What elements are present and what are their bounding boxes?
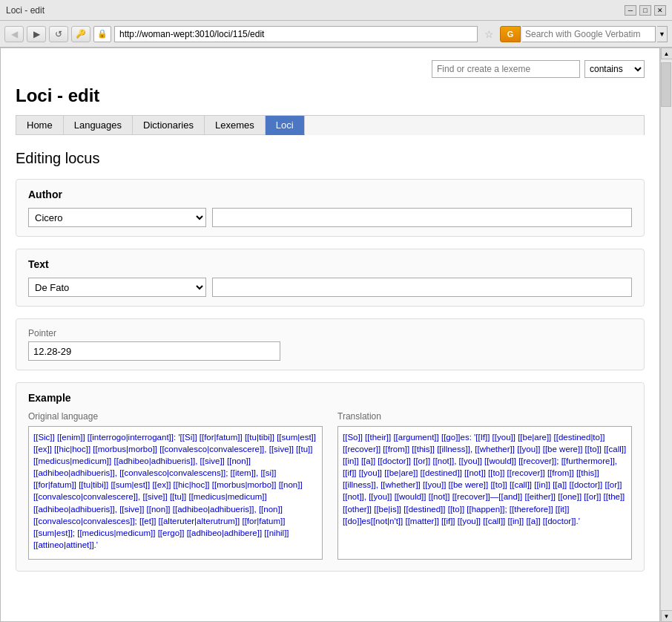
search-area: G ▼: [500, 26, 668, 42]
search-input[interactable]: [522, 26, 656, 42]
key-button[interactable]: 🔑: [71, 26, 90, 42]
google-logo-text: G: [507, 30, 514, 39]
browser-body: contains starts with ends with Loci - ed…: [0, 48, 672, 622]
author-row: Cicero: [28, 208, 632, 227]
example-columns: Original language [[Sic]] [[enim]] [[int…: [28, 411, 632, 562]
original-label: Original language: [28, 411, 323, 422]
text-row: De Fato: [28, 278, 632, 297]
maximize-button[interactable]: □: [639, 5, 651, 16]
scroll-up-button[interactable]: ▲: [661, 48, 673, 59]
original-column: Original language [[Sic]] [[enim]] [[int…: [28, 411, 323, 562]
contains-select[interactable]: contains starts with ends with: [584, 60, 645, 78]
forward-button[interactable]: ▶: [27, 26, 46, 42]
window-controls: ─ □ ✕: [625, 5, 666, 16]
scroll-down-button[interactable]: ▼: [661, 610, 673, 622]
text-text-input[interactable]: [212, 278, 632, 297]
page-content: contains starts with ends with Loci - ed…: [0, 48, 660, 622]
secure-icon: 🔒: [97, 29, 108, 39]
text-section: Text De Fato: [16, 249, 645, 307]
tab-home[interactable]: Home: [16, 116, 64, 135]
page-inner: contains starts with ends with Loci - ed…: [1, 48, 659, 586]
author-text-input[interactable]: [212, 208, 632, 227]
key-icon: 🔑: [76, 29, 86, 39]
example-section: Example Original language [[Sic]] [[enim…: [16, 382, 645, 572]
translation-label: Translation: [337, 411, 632, 422]
author-section: Author Cicero: [16, 179, 645, 237]
top-controls: contains starts with ends with: [16, 56, 645, 78]
close-button[interactable]: ✕: [654, 5, 666, 16]
scrollbar-thumb[interactable]: [661, 62, 671, 107]
pointer-label: Pointer: [28, 328, 632, 338]
section-heading: Editing locus: [16, 150, 645, 167]
text-select[interactable]: De Fato: [28, 278, 206, 297]
scrollbar-track[interactable]: [661, 59, 672, 610]
example-title: Example: [28, 392, 632, 404]
search-logo: G: [500, 26, 521, 42]
bookmark-star[interactable]: ☆: [481, 26, 497, 42]
minimize-button[interactable]: ─: [625, 5, 636, 16]
tab-languages[interactable]: Languages: [64, 116, 133, 135]
original-textarea[interactable]: [[Sic]] [[enim]] [[interrogo|interrogant…: [28, 426, 323, 560]
text-title: Text: [28, 258, 632, 270]
translation-textarea[interactable]: [[So]] [[their]] [[argument]] [[go]]es: …: [337, 426, 632, 560]
author-select[interactable]: Cicero: [28, 208, 206, 227]
nav-tabs: Home Languages Dictionaries Lexemes Loci: [16, 115, 645, 135]
browser-toolbar: ◀ ▶ ↺ 🔑 🔒 ☆ G ▼: [0, 21, 672, 48]
tab-lexemes[interactable]: Lexemes: [205, 116, 266, 135]
page-title: Loci - edit: [16, 85, 645, 106]
window-title: Loci - edit: [6, 5, 45, 16]
author-title: Author: [28, 189, 632, 200]
translation-column: Translation [[So]] [[their]] [[argument]…: [337, 411, 632, 562]
tab-dictionaries[interactable]: Dictionaries: [133, 116, 205, 135]
browser-titlebar: Loci - edit ─ □ ✕: [0, 0, 672, 21]
search-dropdown[interactable]: ▼: [657, 26, 668, 42]
address-bar[interactable]: [114, 26, 478, 42]
pointer-section: Pointer: [16, 318, 645, 370]
reload-button[interactable]: ↺: [49, 26, 68, 42]
lexeme-search-input[interactable]: [432, 60, 580, 78]
back-button[interactable]: ◀: [4, 26, 24, 42]
pointer-input[interactable]: [28, 341, 280, 361]
scrollbar: ▲ ▼: [660, 48, 672, 622]
tab-loci[interactable]: Loci: [266, 116, 305, 135]
